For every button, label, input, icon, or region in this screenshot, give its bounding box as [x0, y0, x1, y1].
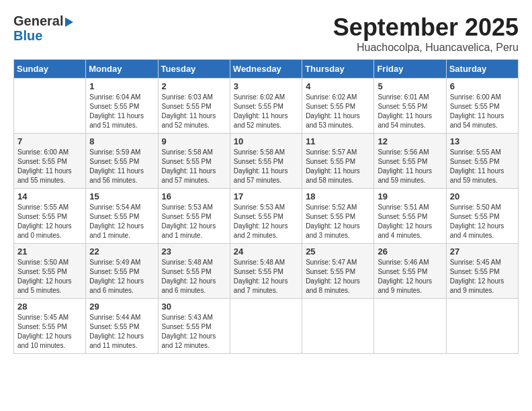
calendar-cell: 24Sunrise: 5:48 AM Sunset: 5:55 PM Dayli… — [230, 244, 302, 299]
header-wednesday: Wednesday — [230, 60, 302, 79]
calendar-cell: 5Sunrise: 6:01 AM Sunset: 5:55 PM Daylig… — [374, 79, 446, 134]
day-info: Sunrise: 5:58 AM Sunset: 5:55 PM Dayligh… — [162, 148, 226, 185]
day-info: Sunrise: 6:00 AM Sunset: 5:55 PM Dayligh… — [450, 93, 515, 130]
calendar-cell: 26Sunrise: 5:46 AM Sunset: 5:55 PM Dayli… — [374, 244, 446, 299]
calendar-cell: 11Sunrise: 5:57 AM Sunset: 5:55 PM Dayli… — [302, 134, 374, 189]
calendar-cell: 17Sunrise: 5:53 AM Sunset: 5:55 PM Dayli… — [230, 189, 302, 244]
calendar-cell — [302, 299, 374, 354]
calendar-cell — [230, 299, 302, 354]
calendar-cell: 29Sunrise: 5:44 AM Sunset: 5:55 PM Dayli… — [86, 299, 158, 354]
day-number: 12 — [378, 136, 442, 146]
day-number: 15 — [89, 191, 154, 201]
logo-line1: General — [13, 13, 73, 28]
calendar-cell: 30Sunrise: 5:43 AM Sunset: 5:55 PM Dayli… — [158, 299, 230, 354]
day-info: Sunrise: 5:43 AM Sunset: 5:55 PM Dayligh… — [162, 313, 226, 351]
calendar-week-row: 1Sunrise: 6:04 AM Sunset: 5:55 PM Daylig… — [14, 79, 519, 134]
day-number: 8 — [89, 136, 154, 146]
day-number: 9 — [162, 136, 226, 146]
day-number: 1 — [89, 81, 154, 91]
day-info: Sunrise: 5:47 AM Sunset: 5:55 PM Dayligh… — [306, 258, 370, 295]
calendar-cell: 10Sunrise: 5:58 AM Sunset: 5:55 PM Dayli… — [230, 134, 302, 189]
calendar-cell — [446, 299, 518, 354]
day-number: 3 — [234, 81, 298, 91]
day-number: 17 — [234, 191, 298, 201]
page-header: General Blue September 2025 Huachocolpa,… — [13, 13, 519, 54]
day-number: 5 — [378, 81, 442, 91]
day-number: 24 — [234, 246, 298, 257]
day-info: Sunrise: 6:02 AM Sunset: 5:55 PM Dayligh… — [306, 93, 370, 130]
calendar-cell: 7Sunrise: 6:00 AM Sunset: 5:55 PM Daylig… — [14, 134, 86, 189]
calendar-cell: 16Sunrise: 5:53 AM Sunset: 5:55 PM Dayli… — [158, 189, 230, 244]
day-info: Sunrise: 5:50 AM Sunset: 5:55 PM Dayligh… — [17, 258, 82, 295]
day-info: Sunrise: 5:52 AM Sunset: 5:55 PM Dayligh… — [306, 203, 370, 240]
day-info: Sunrise: 5:51 AM Sunset: 5:55 PM Dayligh… — [378, 203, 442, 240]
day-number: 26 — [378, 246, 442, 257]
day-number: 18 — [306, 191, 370, 201]
day-info: Sunrise: 5:54 AM Sunset: 5:55 PM Dayligh… — [89, 203, 154, 240]
day-number: 10 — [234, 136, 298, 146]
header-thursday: Thursday — [302, 60, 374, 79]
calendar-cell: 27Sunrise: 5:45 AM Sunset: 5:55 PM Dayli… — [446, 244, 518, 299]
header-friday: Friday — [374, 60, 446, 79]
calendar-cell: 9Sunrise: 5:58 AM Sunset: 5:55 PM Daylig… — [158, 134, 230, 189]
calendar-header-row: SundayMondayTuesdayWednesdayThursdayFrid… — [14, 60, 519, 79]
day-number: 14 — [17, 191, 82, 201]
calendar-cell: 1Sunrise: 6:04 AM Sunset: 5:55 PM Daylig… — [86, 79, 158, 134]
calendar-week-row: 7Sunrise: 6:00 AM Sunset: 5:55 PM Daylig… — [14, 134, 519, 189]
calendar-cell: 20Sunrise: 5:50 AM Sunset: 5:55 PM Dayli… — [446, 189, 518, 244]
day-info: Sunrise: 6:02 AM Sunset: 5:55 PM Dayligh… — [234, 93, 298, 130]
day-info: Sunrise: 5:56 AM Sunset: 5:55 PM Dayligh… — [378, 148, 442, 185]
calendar-cell: 22Sunrise: 5:49 AM Sunset: 5:55 PM Dayli… — [86, 244, 158, 299]
calendar-week-row: 28Sunrise: 5:45 AM Sunset: 5:55 PM Dayli… — [14, 299, 519, 354]
calendar-cell: 15Sunrise: 5:54 AM Sunset: 5:55 PM Dayli… — [86, 189, 158, 244]
day-number: 11 — [306, 136, 370, 146]
calendar-cell: 23Sunrise: 5:48 AM Sunset: 5:55 PM Dayli… — [158, 244, 230, 299]
day-info: Sunrise: 6:00 AM Sunset: 5:55 PM Dayligh… — [17, 148, 82, 185]
day-number: 6 — [450, 81, 515, 91]
calendar-cell: 18Sunrise: 5:52 AM Sunset: 5:55 PM Dayli… — [302, 189, 374, 244]
day-info: Sunrise: 5:58 AM Sunset: 5:55 PM Dayligh… — [234, 148, 298, 185]
calendar-cell: 28Sunrise: 5:45 AM Sunset: 5:55 PM Dayli… — [14, 299, 86, 354]
day-number: 21 — [17, 246, 82, 257]
day-number: 4 — [306, 81, 370, 91]
calendar-cell: 12Sunrise: 5:56 AM Sunset: 5:55 PM Dayli… — [374, 134, 446, 189]
day-info: Sunrise: 5:59 AM Sunset: 5:55 PM Dayligh… — [89, 148, 154, 185]
day-number: 28 — [17, 302, 82, 312]
calendar-cell: 3Sunrise: 6:02 AM Sunset: 5:55 PM Daylig… — [230, 79, 302, 134]
day-info: Sunrise: 5:55 AM Sunset: 5:55 PM Dayligh… — [450, 148, 515, 185]
day-number: 2 — [162, 81, 226, 91]
day-number: 29 — [89, 302, 154, 312]
day-number: 16 — [162, 191, 226, 201]
calendar-cell — [14, 79, 86, 134]
day-info: Sunrise: 6:04 AM Sunset: 5:55 PM Dayligh… — [89, 93, 154, 130]
header-tuesday: Tuesday — [158, 60, 230, 79]
day-number: 25 — [306, 246, 370, 257]
calendar-cell — [374, 299, 446, 354]
calendar-week-row: 21Sunrise: 5:50 AM Sunset: 5:55 PM Dayli… — [14, 244, 519, 299]
day-info: Sunrise: 5:45 AM Sunset: 5:55 PM Dayligh… — [17, 313, 82, 351]
calendar-cell: 6Sunrise: 6:00 AM Sunset: 5:55 PM Daylig… — [446, 79, 518, 134]
day-info: Sunrise: 5:44 AM Sunset: 5:55 PM Dayligh… — [89, 313, 154, 351]
calendar-cell: 25Sunrise: 5:47 AM Sunset: 5:55 PM Dayli… — [302, 244, 374, 299]
day-info: Sunrise: 5:48 AM Sunset: 5:55 PM Dayligh… — [162, 258, 226, 295]
logo: General Blue — [13, 13, 73, 43]
day-info: Sunrise: 5:45 AM Sunset: 5:55 PM Dayligh… — [450, 258, 515, 295]
day-number: 13 — [450, 136, 515, 146]
day-number: 7 — [17, 136, 82, 146]
day-number: 19 — [378, 191, 442, 201]
day-info: Sunrise: 5:48 AM Sunset: 5:55 PM Dayligh… — [234, 258, 298, 295]
day-info: Sunrise: 5:49 AM Sunset: 5:55 PM Dayligh… — [89, 258, 154, 295]
calendar-cell: 14Sunrise: 5:55 AM Sunset: 5:55 PM Dayli… — [14, 189, 86, 244]
day-info: Sunrise: 5:53 AM Sunset: 5:55 PM Dayligh… — [162, 203, 226, 240]
day-info: Sunrise: 5:55 AM Sunset: 5:55 PM Dayligh… — [17, 203, 82, 240]
day-number: 20 — [450, 191, 515, 201]
calendar-table: SundayMondayTuesdayWednesdayThursdayFrid… — [13, 59, 519, 354]
day-info: Sunrise: 6:01 AM Sunset: 5:55 PM Dayligh… — [378, 93, 442, 130]
day-info: Sunrise: 5:57 AM Sunset: 5:55 PM Dayligh… — [306, 148, 370, 185]
calendar-cell: 13Sunrise: 5:55 AM Sunset: 5:55 PM Dayli… — [446, 134, 518, 189]
day-number: 30 — [162, 302, 226, 312]
day-info: Sunrise: 5:46 AM Sunset: 5:55 PM Dayligh… — [378, 258, 442, 295]
title-area: September 2025 Huachocolpa, Huancavelica… — [333, 13, 519, 54]
calendar-cell: 2Sunrise: 6:03 AM Sunset: 5:55 PM Daylig… — [158, 79, 230, 134]
month-title: September 2025 — [333, 13, 519, 42]
